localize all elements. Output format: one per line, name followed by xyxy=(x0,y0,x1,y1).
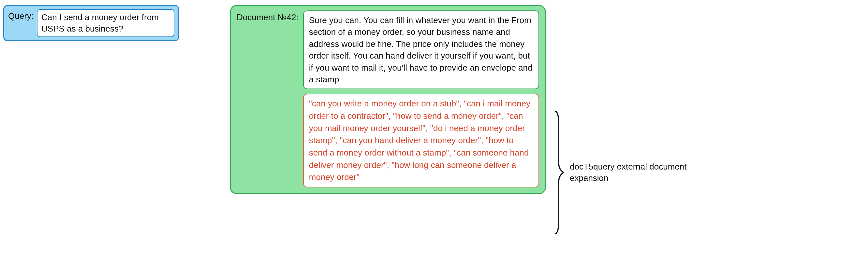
diagram-canvas: Query: Can I send a money order from USP… xyxy=(0,0,868,274)
expansion-caption: docT5query external document expansion xyxy=(570,161,687,184)
query-card: Query: Can I send a money order from USP… xyxy=(3,5,179,41)
document-body: Sure you can. You can fill in whatever y… xyxy=(303,10,539,187)
query-label: Query: xyxy=(8,9,34,21)
document-expansion-text: "can you write a money order on a stub",… xyxy=(303,94,539,187)
query-text: Can I send a money order from USPS as a … xyxy=(37,9,175,37)
document-text: Sure you can. You can fill in whatever y… xyxy=(303,10,539,89)
expansion-annotation: docT5query external document expansion xyxy=(551,111,687,234)
document-label: Document №42: xyxy=(237,10,299,23)
document-card: Document №42: Sure you can. You can fill… xyxy=(230,5,546,194)
curly-brace-icon xyxy=(551,111,564,234)
